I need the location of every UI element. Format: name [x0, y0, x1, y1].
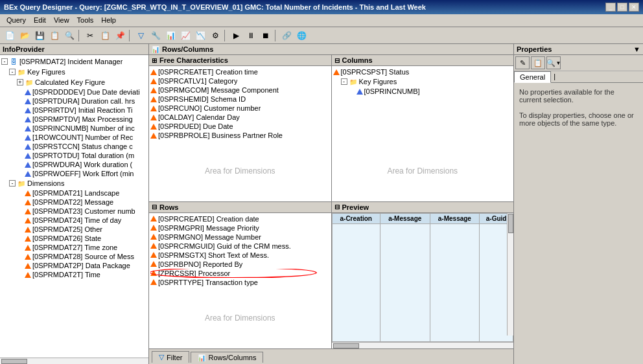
toolbar-btn-7[interactable]: 📋 [98, 29, 112, 42]
menu-help[interactable]: Help [97, 16, 120, 25]
kf-item-3[interactable]: [0SPRIRTDV] Initial Reaction Ti [1, 106, 147, 115]
toolbar-btn-17[interactable]: 🔗 [279, 29, 294, 42]
calc-expand[interactable]: + [17, 79, 23, 85]
provider-expand[interactable]: - [1, 58, 8, 65]
dim-item-4[interactable]: [0SPRMDAT24] Time of day [1, 216, 147, 225]
fc-label-3: [0SPRMGCOM] Message Component [158, 86, 279, 94]
calculated-kf-item[interactable]: + 📁 Calculated Key Figure [1, 77, 147, 87]
prop-btn-3[interactable]: 🔍▼ [546, 56, 561, 69]
prop-btn-2[interactable]: 📋 [531, 56, 545, 69]
kf-item-2[interactable]: [0SPRTDURA] Duration call. hrs [1, 97, 147, 106]
dim-item-10[interactable]: [0SPRMDAT2T] Time [1, 270, 147, 279]
toolbar-btn-11[interactable]: 📈 [178, 29, 193, 42]
properties-panel: Properties ▼ ✎ 📋 🔍▼ General | No propert… [513, 44, 643, 364]
rows-columns-tab[interactable]: 📊 Rows/Columns [191, 352, 263, 363]
window-controls[interactable]: _ □ ✕ [605, 3, 639, 12]
fc-item-8[interactable]: [0SPRBPROLE] Business Partner Role [150, 131, 330, 140]
fc-item-3[interactable]: [0SPRMGCOM] Message Component [150, 85, 330, 95]
dim-item-3[interactable]: [0SPRMDAT23] Customer numb [1, 207, 147, 216]
fc-item-4[interactable]: [0SPRSHEMID] Schema ID [150, 95, 330, 104]
fc-item-1[interactable]: [0SPRCREATET] Creation time [150, 67, 330, 76]
maximize-button[interactable]: □ [617, 3, 627, 12]
open-button[interactable]: 📂 [18, 29, 32, 42]
properties-arrow: ▼ [633, 45, 640, 53]
kf-item-7[interactable]: [0SPRSTCCN] Status change c [1, 142, 147, 151]
left-panel-hscroll[interactable] [0, 358, 148, 364]
col-item-1[interactable]: [0SPRCSPST] Status [333, 67, 513, 76]
toolbar-btn-4[interactable]: 📋 [47, 29, 62, 42]
provider-root[interactable]: - 🗄 [0SPRMDAT2] Incident Manager [1, 56, 147, 67]
keyfigures-expand[interactable]: - [9, 69, 16, 75]
save-button[interactable]: 💾 [32, 29, 47, 42]
fc-item-5[interactable]: [0SPRCUNO] Customer number [150, 104, 330, 113]
minimize-button[interactable]: _ [605, 3, 616, 12]
toolbar-btn-13[interactable]: ⚙ [208, 29, 222, 42]
free-char-panel: ⊞ Free Characteristics [0SPRCREATET] Cre… [149, 55, 332, 201]
toolbar-btn-18[interactable]: 🌐 [294, 29, 309, 42]
dim-item-6[interactable]: [0SPRMDAT26] State [1, 234, 147, 243]
filter-tab[interactable]: ▽ Filter [152, 351, 189, 363]
row-item-3[interactable]: [0SPRMGNO] Message Number [150, 233, 330, 242]
fc-item-7[interactable]: [0SPRDUED] Due Date [150, 122, 330, 131]
preview-hscroll[interactable] [332, 342, 514, 348]
left-hscroll-thumb[interactable] [1, 359, 27, 364]
kf-item-8[interactable]: [0SPRTOTDU] Total duration (m [1, 151, 147, 160]
row-item-2[interactable]: [0SPRMGPRI] Message Priority [150, 223, 330, 233]
general-tab[interactable]: General [514, 71, 551, 83]
toolbar-btn-15[interactable]: ⏸ [244, 29, 258, 42]
row-item-highlighted[interactable]: [ZPRCSSR] Processor [150, 269, 330, 278]
toolbar-btn-8[interactable]: 📌 [113, 29, 127, 42]
kf-triangle-icon [25, 171, 31, 177]
menu-edit[interactable]: Edit [30, 16, 50, 25]
dim-item-2[interactable]: [0SPRMDAT22] Message [1, 198, 147, 207]
dimensions-group[interactable]: - 📁 Dimensions [1, 178, 147, 188]
toolbar-btn-6[interactable]: ✂ [83, 29, 97, 42]
col-kf-item-1[interactable]: [0SPRINCNUMB] [333, 87, 513, 96]
preview-vscroll-thumb[interactable] [508, 214, 513, 233]
toolbar-btn-16[interactable]: ⏹ [259, 29, 273, 42]
kf-folder-icon: 📁 [349, 77, 358, 86]
dim-item-1[interactable]: [0SPRMDAT21] Landscape [1, 188, 147, 198]
kf-group-expand[interactable]: - [341, 78, 347, 85]
prop-btn-1[interactable]: ✎ [515, 56, 530, 69]
dim-item-9[interactable]: [0SPRMDAT2P] Data Package [1, 261, 147, 270]
kf-item-9[interactable]: [0SPRWDURA] Work duration ( [1, 160, 147, 169]
kf-item-1[interactable]: [0SPRDDDDEV] Due Date deviati [1, 87, 147, 97]
kf-item-4[interactable]: [0SPRMPTDV] Max Processing [1, 115, 147, 124]
toolbar-btn-10[interactable]: 📊 [163, 29, 178, 42]
preview-vscroll[interactable] [507, 213, 513, 336]
menu-query[interactable]: Query [3, 16, 30, 25]
preview-hscroll-thumb[interactable] [333, 343, 359, 348]
menu-view[interactable]: View [50, 16, 73, 25]
kf-item-6[interactable]: [1ROWCOUNT] Number of Rec [1, 133, 147, 142]
kf-item-5[interactable]: [0SPRINCNUMB] Number of inc [1, 124, 147, 133]
row-item-8[interactable]: [0SPRTTYPE] Transaction type [150, 278, 330, 287]
columns-title: Columns [342, 56, 373, 64]
properties-hint-text: To display properties, choose one or mor… [519, 111, 638, 127]
col-kf-group[interactable]: - 📁 Key Figures [333, 76, 513, 87]
dimensions-expand[interactable]: - [9, 180, 16, 187]
row-item-6[interactable]: [0SPRBPNO] Reported By [150, 260, 330, 269]
toolbar-btn-9[interactable]: 🔧 [148, 29, 163, 42]
toolbar-btn-12[interactable]: 📉 [193, 29, 207, 42]
new-button[interactable]: 📄 [3, 29, 17, 42]
dim-item-7[interactable]: [0SPRMDAT27] Time zone [1, 243, 147, 252]
rows-panel: ⊟ Rows [0SPRCREATED] Creation date [0SPR… [149, 202, 332, 349]
kf-label-1: [0SPRDDDDEV] Due Date deviati [32, 88, 140, 96]
toolbar-btn-14[interactable]: ▶ [229, 29, 243, 42]
filter-button[interactable]: ▽ [134, 29, 148, 42]
dim-item-8[interactable]: [0SPRMDAT28] Source of Mess [1, 252, 147, 261]
row-item-4[interactable]: [0SPRCRMGUID] Guid of the CRM mess. [150, 242, 330, 251]
toolbar-btn-5[interactable]: 🔍 [62, 29, 76, 42]
row-item-1[interactable]: [0SPRCREATED] Creation date [150, 214, 330, 223]
menu-tools[interactable]: Tools [73, 16, 98, 25]
dim-item-5[interactable]: [0SPRMDAT25] Other [1, 225, 147, 234]
keyfigures-group[interactable]: - 📁 Key Figures [1, 67, 147, 77]
fc-item-6[interactable]: [0CALDAY] Calendar Day [150, 113, 330, 122]
fc-item-2[interactable]: [0SPRCATLV1] Category [150, 76, 330, 85]
kf-triangle-icon [25, 135, 31, 141]
dim-triangle-icon [25, 218, 31, 223]
row-item-5[interactable]: [0SPRMSGTX] Short Text of Mess. [150, 251, 330, 260]
kf-item-10[interactable]: [0SPRWOEFF] Work Effort (min [1, 169, 147, 178]
close-button[interactable]: ✕ [629, 3, 639, 12]
